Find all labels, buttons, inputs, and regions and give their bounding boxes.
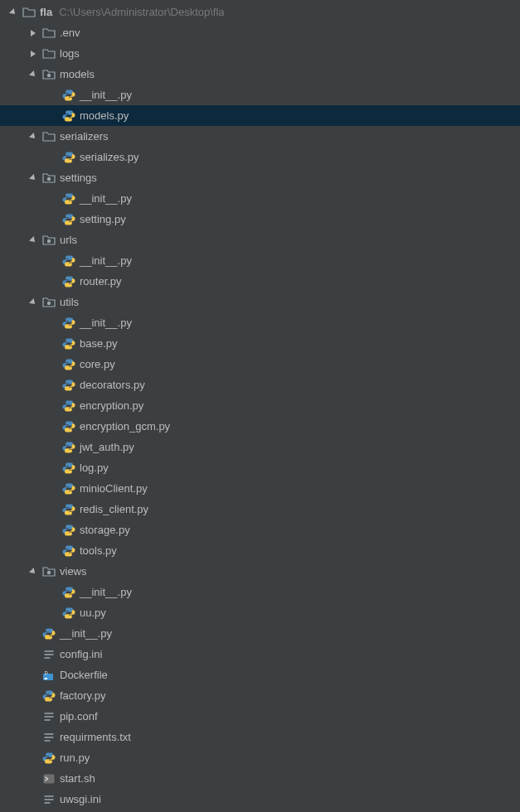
tree-item-label: run.py — [60, 752, 90, 764]
tree-row[interactable]: __init__.py — [0, 623, 520, 644]
tree-item-label: __init__.py — [80, 254, 132, 267]
chevron-icon[interactable] — [25, 232, 41, 249]
tree-item-label: minioClient.py — [80, 482, 148, 495]
tree-item-label: models.py — [80, 109, 129, 122]
py-icon — [61, 544, 76, 558]
tree-row[interactable]: __init__.py — [0, 188, 520, 209]
tree-item-label: .env — [60, 27, 80, 39]
tree-row[interactable]: storage.py — [0, 520, 520, 540]
tree-row[interactable]: __init__.py — [0, 250, 520, 271]
chevron-icon[interactable] — [25, 170, 41, 186]
py-icon — [61, 316, 76, 331]
py-icon — [41, 626, 56, 641]
tree-row[interactable]: pip.conf — [0, 706, 520, 727]
tree-row[interactable]: Dockerfile — [0, 665, 520, 685]
tree-item-label: redis_client.py — [80, 503, 148, 515]
tree-row[interactable]: logs — [0, 43, 520, 64]
tree-item-label: uu.py — [80, 607, 106, 619]
tree-row[interactable]: log.py — [0, 457, 520, 478]
tree-row[interactable]: utils — [0, 292, 520, 312]
tree-item-label: settings — [60, 172, 97, 184]
docker-icon — [41, 668, 56, 683]
text-icon — [41, 792, 56, 807]
tree-item-label: factory.py — [60, 689, 105, 702]
tree-row[interactable]: decorators.py — [0, 375, 520, 395]
chevron-icon[interactable] — [25, 563, 41, 580]
tree-row[interactable]: base.py — [0, 333, 520, 354]
chevron-icon[interactable] — [25, 294, 41, 311]
py-icon — [41, 689, 56, 703]
tree-item-label: tools.py — [80, 544, 117, 557]
py-icon — [61, 336, 76, 351]
py-icon — [61, 481, 76, 496]
py-icon — [61, 502, 76, 517]
tree-row[interactable]: start.sh — [0, 768, 520, 789]
tree-item-label: views — [60, 565, 87, 578]
tree-row[interactable]: requirments.txt — [0, 727, 520, 747]
tree-item-label: log.py — [80, 462, 109, 474]
tree-row[interactable]: jwt_auth.py — [0, 437, 520, 457]
tree-item-label: storage.py — [80, 524, 130, 536]
tree-row[interactable]: uwsgi.ini — [0, 789, 520, 810]
tree-row[interactable]: setting.py — [0, 209, 520, 230]
tree-item-label: __init__.py — [80, 192, 132, 205]
py-icon — [61, 606, 76, 621]
project-tree[interactable]: flaC:\Users\Administrator\Desktop\fla.en… — [0, 0, 520, 810]
tree-row[interactable]: tools.py — [0, 540, 520, 561]
folder-icon — [41, 129, 56, 144]
tree-item-label: __init__.py — [80, 317, 132, 329]
pkg-icon — [41, 171, 56, 186]
tree-row[interactable]: __init__.py — [0, 582, 520, 602]
tree-item-label: encryption_gcm.py — [80, 420, 170, 433]
chevron-icon[interactable] — [25, 66, 41, 83]
tree-item-label: base.py — [80, 337, 118, 350]
tree-item-label: serializers — [60, 130, 109, 143]
tree-row[interactable]: __init__.py — [0, 312, 520, 333]
tree-row[interactable]: .env — [0, 22, 520, 43]
py-icon — [61, 419, 76, 434]
tree-row[interactable]: __init__.py — [0, 85, 520, 105]
tree-row[interactable]: factory.py — [0, 685, 520, 706]
chevron-icon[interactable] — [25, 128, 41, 145]
tree-row[interactable]: views — [0, 561, 520, 582]
tree-item-label: jwt_auth.py — [80, 441, 134, 453]
tree-item-label: Dockerfile — [60, 669, 108, 681]
tree-row[interactable]: flaC:\Users\Administrator\Desktop\fla — [0, 2, 520, 22]
pkg-icon — [41, 67, 56, 82]
text-icon — [41, 730, 56, 745]
tree-item-label: logs — [60, 47, 80, 60]
py-icon — [61, 88, 76, 103]
tree-row[interactable]: redis_client.py — [0, 499, 520, 520]
tree-row[interactable]: minioClient.py — [0, 478, 520, 499]
tree-item-label: models — [60, 68, 95, 80]
py-icon — [61, 357, 76, 372]
tree-row[interactable]: models.py — [0, 105, 520, 126]
tree-item-label: router.py — [80, 275, 122, 288]
chevron-icon[interactable] — [25, 46, 41, 62]
tree-row[interactable]: router.py — [0, 271, 520, 292]
chevron-icon[interactable] — [25, 25, 41, 41]
tree-row[interactable]: run.py — [0, 747, 520, 768]
tree-item-label: serializes.py — [80, 151, 139, 163]
py-icon — [61, 150, 76, 165]
tree-item-label: core.py — [80, 358, 115, 370]
pkg-icon — [41, 564, 56, 579]
tree-item-label: utils — [60, 296, 79, 308]
tree-row[interactable]: serializers — [0, 126, 520, 147]
tree-item-label: fla — [40, 6, 52, 18]
py-icon — [61, 109, 76, 123]
text-icon — [41, 647, 56, 662]
py-icon — [61, 254, 76, 268]
tree-row[interactable]: models — [0, 64, 520, 85]
tree-row[interactable]: config.ini — [0, 644, 520, 665]
tree-row[interactable]: urls — [0, 230, 520, 250]
tree-item-label: pip.conf — [60, 710, 98, 723]
py-icon — [61, 212, 76, 227]
chevron-icon[interactable] — [5, 4, 22, 21]
tree-row[interactable]: serializes.py — [0, 147, 520, 167]
tree-row[interactable]: uu.py — [0, 602, 520, 623]
tree-row[interactable]: encryption.py — [0, 395, 520, 416]
tree-row[interactable]: core.py — [0, 354, 520, 375]
tree-row[interactable]: encryption_gcm.py — [0, 416, 520, 437]
tree-row[interactable]: settings — [0, 167, 520, 188]
